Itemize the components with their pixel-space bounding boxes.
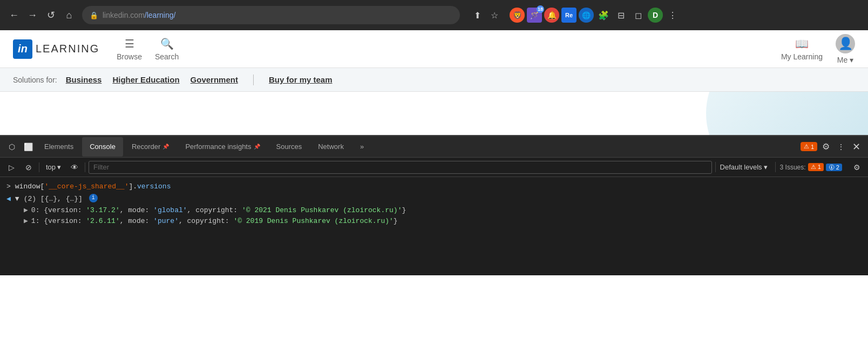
warning-count: 1 (811, 144, 814, 150)
prompt-arrow-icon: > (6, 181, 11, 193)
window-icon[interactable]: ◻ (630, 8, 646, 23)
filter-input[interactable] (89, 161, 711, 174)
key-string: '__core-js_shared__' (44, 182, 128, 191)
info-icon: i (89, 194, 98, 202)
search-label: Search (155, 52, 179, 61)
issues-badge: 3 Issues: ⚠ 1 🛈 2 (775, 162, 846, 172)
tab-performance-insights[interactable]: Performance insights 📌 (178, 137, 267, 157)
console-result-line: ◀ ▼ (2) [{…}, {…}] i (6, 194, 862, 205)
devtools-inspect-button[interactable]: ⬡ (4, 139, 19, 154)
solutions-links: Business Higher Education Government Buy… (66, 74, 333, 85)
browser-chrome: ← → ↺ ⌂ 🔒 linkedin.com/learning/ ⬆ ☆ 🦁 🪄… (0, 0, 868, 30)
linkedin-logo-box: in (13, 39, 32, 59)
solutions-bar: Solutions for: Business Higher Education… (0, 68, 868, 92)
warning-issues-badge: ⚠ 1 (808, 163, 824, 171)
recorder-pin-icon: 📌 (162, 144, 169, 150)
address-bar[interactable]: 🔒 linkedin.com/learning/ (82, 6, 460, 24)
browse-nav-item[interactable]: ☰ Browse (117, 37, 142, 61)
tab-recorder[interactable]: Recorder 📌 (124, 137, 177, 157)
tab-sources[interactable]: Sources (269, 137, 310, 157)
toolbar-divider (39, 162, 39, 172)
extension-badge: 18 (537, 5, 544, 13)
lock-icon: 🔒 (90, 11, 98, 19)
browser-actions: ⬆ ☆ (470, 8, 502, 23)
home-button[interactable]: ⌂ (62, 8, 77, 23)
devtools-warning-badge: ⚠ 1 (801, 142, 817, 151)
tab-console[interactable]: Console (82, 137, 123, 157)
default-levels-button[interactable]: Default levels ▾ (715, 162, 772, 172)
devtools-settings-button[interactable]: ⚙ (818, 139, 833, 154)
browser-extensions: 🦁 🪄 18 🔔 Re 🌐 🧩 ⊟ ◻ D ⋮ (510, 8, 680, 23)
my-learning-label: My Learning (781, 52, 823, 61)
my-learning-icon: 📖 (795, 37, 809, 50)
devtools-more-button[interactable]: ⋮ (835, 140, 847, 153)
re-extension-icon[interactable]: Re (561, 8, 577, 23)
browser-menu-button[interactable]: ⋮ (665, 8, 680, 23)
item1-label: 1: {version: '2.6.11', mode: 'pure', cop… (31, 216, 398, 227)
console-item-1: ▶ 1: {version: '2.6.11', mode: 'pure', c… (24, 216, 862, 227)
console-output: > window['__core-js_shared__'].versions … (0, 177, 868, 232)
item1-expand-icon[interactable]: ▶ (24, 216, 28, 227)
tab-network[interactable]: Network (310, 137, 351, 157)
red-extension-icon[interactable]: 🔔 (544, 8, 559, 23)
top-context-dropdown[interactable]: top ▾ (43, 162, 64, 172)
perf-pin-icon: 📌 (254, 144, 260, 150)
devtools-header: ⬡ ⬜ Elements Console Recorder 📌 Performa… (0, 136, 868, 158)
extensions-puzzle-icon[interactable]: 🧩 (596, 8, 611, 23)
government-link[interactable]: Government (191, 75, 238, 84)
expand-arrow-icon[interactable]: ▼ (15, 194, 19, 205)
item1-version: '2.6.11' (86, 217, 119, 225)
dropdown-arrow-icon: ▾ (57, 163, 61, 171)
globe-extension-icon[interactable]: 🌐 (579, 8, 594, 23)
profile-avatar[interactable]: D (648, 8, 663, 23)
item0-version: '3.17.2' (86, 206, 119, 214)
toolbar-divider-2 (85, 162, 85, 172)
search-nav-item[interactable]: 🔍 Search (155, 37, 179, 61)
me-nav-item[interactable]: 👤 Me ▾ (836, 34, 855, 64)
business-link[interactable]: Business (66, 75, 102, 84)
devtools-device-button[interactable]: ⬜ (21, 139, 36, 154)
forward-button[interactable]: → (25, 8, 40, 23)
cast-icon[interactable]: ⊟ (613, 8, 628, 23)
higher-education-link[interactable]: Higher Education (112, 75, 179, 84)
item1-mode: 'pure' (153, 217, 179, 225)
tab-more[interactable]: » (352, 137, 371, 157)
console-clear-button[interactable]: ▷ (4, 160, 18, 174)
item0-copyright: '© 2021 Denis Pushkarev (zloirock.ru)' (242, 206, 402, 214)
console-block-button[interactable]: ⊘ (22, 160, 36, 174)
console-settings-button[interactable]: ⚙ (850, 160, 864, 174)
main-nav: ☰ Browse 🔍 Search (117, 37, 179, 61)
browser-nav-buttons: ← → ↺ ⌂ (6, 8, 77, 23)
user-avatar: 👤 (836, 34, 855, 53)
levels-arrow-icon: ▾ (764, 163, 768, 171)
url-domain: linkedin.com (103, 11, 145, 19)
item1-copyright: '© 2019 Denis Pushkarev (zloirock.ru)' (233, 217, 393, 225)
item0-mode: 'global' (153, 206, 187, 214)
share-button[interactable]: ⬆ (470, 8, 485, 23)
tab-elements[interactable]: Elements (37, 137, 81, 157)
url-path: /learning/ (145, 11, 176, 19)
reload-button[interactable]: ↺ (43, 8, 58, 23)
back-button[interactable]: ← (6, 8, 22, 23)
item0-expand-icon[interactable]: ▶ (24, 205, 28, 216)
linkedin-logo[interactable]: in LEARNING (13, 39, 99, 59)
me-label: Me ▾ (837, 56, 853, 64)
console-eye-button[interactable]: 👁 (67, 160, 82, 174)
linkedin-learning-header: in LEARNING ☰ Browse 🔍 Search 📖 My Learn… (0, 30, 868, 68)
purple-extension-icon[interactable]: 🪄 18 (527, 8, 542, 23)
warning-icon: ⚠ (804, 143, 809, 150)
devtools-toolbar: ▷ ⊘ top ▾ 👁 Default levels ▾ 3 Issues: ⚠… (0, 158, 868, 177)
brave-extension-icon[interactable]: 🦁 (510, 8, 525, 23)
info-issues-badge: 🛈 2 (826, 164, 842, 171)
result-left-arrow: ◀ (6, 194, 11, 205)
avatar-icon: 👤 (838, 37, 853, 51)
bookmark-button[interactable]: ☆ (487, 8, 502, 23)
buy-for-team-link[interactable]: Buy for my team (269, 75, 333, 84)
result-text: (2) [{…}, {…}] (24, 194, 83, 205)
devtools-close-button[interactable]: ✕ (849, 139, 864, 154)
item0-label: 0: {version: '3.17.2', mode: 'global', c… (31, 205, 406, 216)
my-learning-nav-item[interactable]: 📖 My Learning (781, 37, 823, 61)
browse-icon: ☰ (125, 37, 134, 50)
search-icon: 🔍 (160, 37, 174, 50)
console-sub-items: ▶ 0: {version: '3.17.2', mode: 'global',… (6, 205, 862, 228)
